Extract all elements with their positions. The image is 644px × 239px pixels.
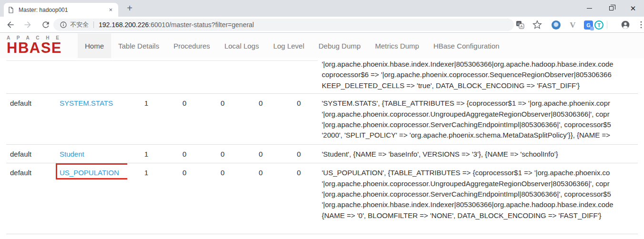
url-divider (93, 21, 94, 28)
failed-regions-cell: 0 (204, 94, 242, 145)
window-minimize-button[interactable] (578, 0, 600, 17)
table-row-student: default Student 1 0 0 0 0 'Student', {NA… (6, 144, 638, 163)
other-regions-cell: 0 (280, 144, 318, 163)
nav-item-debug-dump[interactable]: Debug Dump (311, 33, 368, 58)
other-regions-cell: 0 (280, 163, 318, 234)
nav-item-log-level[interactable]: Log Level (266, 33, 311, 58)
hbase-logo[interactable]: A P A C H E HBASE (7, 35, 78, 55)
table-name-cell: Student (56, 144, 127, 163)
table-row-system-stats: default SYSTEM.STATS 1 0 0 0 0 'SYSTEM.S… (6, 94, 638, 145)
nav-item-hbase-configuration[interactable]: HBase Configuration (426, 33, 506, 58)
description-cell: 'Student', {NAME => 'baseInfo', VERSIONS… (318, 144, 638, 163)
table-link-system-stats[interactable]: SYSTEM.STATS (60, 99, 113, 107)
table-name-cell: SYSTEM.STATS (56, 94, 127, 145)
info-icon[interactable] (60, 21, 67, 28)
tab-close-icon[interactable]: × (107, 6, 114, 13)
offline-regions-cell: 0 (165, 144, 204, 163)
table-name-cell: US_POPULATION (56, 163, 127, 234)
offline-regions-cell: 0 (165, 163, 204, 234)
reload-icon[interactable] (41, 20, 51, 30)
browser-titlebar: Master: hadoop001 × + ✕ (0, 0, 644, 17)
browser-toolbar: 不安全 192.168.200.226:60010/master-status?… (0, 17, 644, 33)
forward-icon[interactable] (23, 20, 32, 30)
online-regions-cell: 1 (127, 94, 165, 145)
bookmark-star-icon[interactable] (532, 20, 542, 30)
restore-icon (609, 6, 613, 10)
user-tables-table: '|org.apache.phoenix.hbase.index.Indexer… (6, 58, 638, 234)
hbase-master-page: A P A C H E HBASE Home Table Details Pro… (0, 33, 644, 239)
page-favicon-icon (8, 7, 14, 13)
other-regions-cell: 0 (280, 94, 318, 145)
url-text: 192.168.200.226:60010/master-status?filt… (99, 21, 254, 29)
user-tables-section: '|org.apache.phoenix.hbase.index.Indexer… (6, 58, 638, 234)
minimize-icon (587, 8, 592, 9)
tab-title: Master: hadoop001 (19, 7, 107, 13)
namespace-cell: default (6, 144, 56, 163)
translate-page-icon[interactable]: GA (516, 20, 525, 30)
description-cell: '|org.apache.phoenix.hbase.index.Indexer… (318, 58, 638, 94)
table-row-partial: '|org.apache.phoenix.hbase.index.Indexer… (6, 58, 638, 94)
navbar-menu: Home Table Details Procedures Local Logs… (78, 33, 507, 58)
extension-translate-icon[interactable]: G (584, 20, 593, 30)
description-cell: 'SYSTEM.STATS', {TABLE_ATTRIBUTES => {co… (318, 94, 638, 145)
table-link-student[interactable]: Student (60, 150, 84, 158)
hbase-navbar: A P A C H E HBASE Home Table Details Pro… (0, 33, 644, 58)
offline-regions-cell: 0 (165, 94, 204, 145)
nav-item-procedures[interactable]: Procedures (166, 33, 217, 58)
extension-idm-icon[interactable] (552, 20, 561, 30)
extension-v-icon[interactable]: V (568, 20, 577, 30)
address-bar[interactable]: 不安全 192.168.200.226:60010/master-status?… (53, 19, 514, 31)
failed-regions-cell: 0 (204, 163, 242, 234)
split-regions-cell: 0 (242, 144, 280, 163)
table-row-us-population: default US_POPULATION 1 0 0 0 0 'US_POPU… (6, 163, 638, 234)
online-regions-cell: 1 (127, 144, 165, 163)
close-icon: ✕ (630, 5, 636, 12)
nav-item-local-logs[interactable]: Local Logs (217, 33, 266, 58)
new-tab-button[interactable]: + (123, 1, 136, 15)
split-regions-cell: 0 (242, 163, 280, 234)
extension-teal-t-icon[interactable]: T (594, 20, 603, 30)
table-name-cell (56, 58, 127, 94)
failed-regions-cell: 0 (204, 144, 242, 163)
svg-text:A: A (520, 24, 523, 29)
toolbar-divider (607, 21, 607, 29)
nav-item-table-details[interactable]: Table Details (111, 33, 166, 58)
namespace-cell (6, 58, 56, 94)
chrome-menu-icon[interactable] (636, 20, 644, 30)
browser-tab[interactable]: Master: hadoop001 × (4, 3, 118, 17)
online-regions-cell: 1 (127, 163, 165, 234)
nav-item-metrics-dump[interactable]: Metrics Dump (368, 33, 427, 58)
window-close-button[interactable]: ✕ (622, 0, 644, 17)
back-icon[interactable] (6, 20, 15, 30)
description-cell: 'US_POPULATION', {TABLE_ATTRIBUTES => {c… (318, 163, 638, 234)
split-regions-cell: 0 (242, 94, 280, 145)
profile-avatar-icon[interactable] (621, 20, 630, 30)
security-label[interactable]: 不安全 (70, 20, 89, 29)
namespace-cell: default (6, 94, 56, 145)
nav-item-home[interactable]: Home (78, 33, 111, 58)
logo-hbase-text: HBASE (7, 41, 78, 55)
namespace-cell: default (6, 163, 56, 234)
window-restore-button[interactable] (600, 0, 622, 17)
url-host: 192.168.200.226 (99, 21, 149, 29)
url-path: :60010/master-status?filter=general (149, 21, 254, 29)
highlight-annotation-box (56, 163, 127, 179)
